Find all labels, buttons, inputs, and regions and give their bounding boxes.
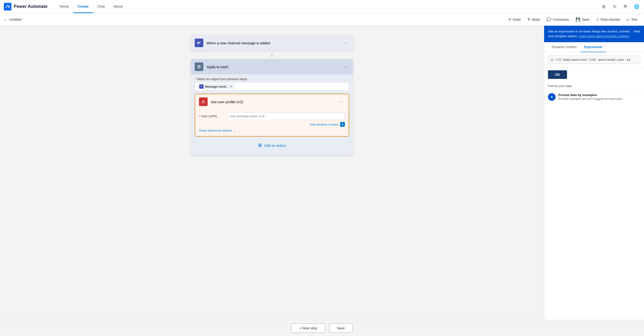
redo-button[interactable]: ↻ Redo [524,16,543,23]
dynamic-content-row: Add dynamic content + [199,122,345,127]
add-action-button[interactable]: ⊕ Add an action [253,140,291,151]
panel-hide-button[interactable]: Hide [634,29,640,34]
panel-tabs: Dynamic content Expression [544,42,644,52]
format-item-desc: Provide examples and we'll suggest an ex… [558,97,622,100]
trigger-block-icon [195,38,203,47]
apply-to-each-block: Apply to each ··· * Select an output fro… [191,59,353,155]
top-nav: Power Automate Home Create Chat About ⊞ … [0,0,644,13]
nav-create[interactable]: Create [73,0,93,13]
add-dynamic-content-button[interactable]: Add dynamic content + [310,122,345,127]
bottom-save-button[interactable]: Save [329,323,353,333]
nav-chat[interactable]: Chat [93,0,109,13]
undo-button[interactable]: ↺ Undo [505,16,524,23]
right-panel: Add an expression to do basic things lik… [544,26,644,320]
expression-input-row: fx )?['body/mentions'][0].mentioned.user… [548,56,640,64]
nav-links: Home Create Chat About [55,0,127,13]
dynamic-content-plus-icon: + [340,122,345,127]
svg-rect-0 [4,3,12,10]
flow-title: Untitled [9,18,22,22]
app-name: Power Automate [14,4,48,9]
message-mentions-tag: T Message menti... ✕ [197,84,234,89]
trigger-block-header: When a new channel message is added ··· [191,35,353,50]
app-logo: Power Automate [4,3,48,10]
get-user-profile-block: Get user profile (V2) ··· * User (UPN) [195,94,349,136]
chevron-down-icon: ⌄ [233,129,236,132]
user-upn-row: * User (UPN) [199,112,345,120]
user-upn-input[interactable] [227,112,345,120]
get-user-profile-title: Get user profile (V2) [211,100,334,104]
test-button[interactable]: ▷ Test [624,16,640,23]
bottom-bar: + New step Save [0,320,644,336]
trigger-block: When a new channel message is added ··· [191,35,353,50]
tab-expression[interactable]: Expression [580,42,606,52]
tab-dynamic-content[interactable]: Dynamic content [548,42,580,52]
comments-button[interactable]: 💬 Comments [544,16,572,23]
get-user-block-body: * User (UPN) Add dynamic content + [195,110,349,136]
toolbar: ← Untitled ↺ Undo ↻ Redo 💬 Comments 💾 Sa… [0,13,644,26]
apply-block-body: * Select an output from previous steps T… [191,74,353,155]
user-upn-label: * User (UPN) [199,114,223,118]
apply-menu-icon[interactable]: ··· [342,64,349,70]
apply-block-icon [195,62,203,71]
trigger-title: When a new channel message is added [207,41,338,45]
show-advanced-button[interactable]: Show advanced options ⌄ [199,129,236,132]
checker-icon: ✓ [596,17,599,22]
save-button[interactable]: 💾 Save [573,16,592,23]
expression-value[interactable]: )?['body/mentions'][0].mentioned.user.id [556,58,637,62]
refresh-icon[interactable]: ↻ [611,3,618,10]
flow-checker-button[interactable]: ✓ Flow checker [593,16,623,23]
back-button[interactable]: ← Untitled [4,18,22,22]
new-step-button[interactable]: + New step [291,323,325,333]
panel-banner: Add an expression to do basic things lik… [544,26,644,42]
select-output-label: * Select an output from previous steps [195,77,349,81]
flow-container: When a new channel message is added ··· … [191,35,353,155]
comments-icon: 💬 [546,17,551,22]
flow-arrow-1: ↓ [271,50,274,59]
get-user-block-header: Get user profile (V2) ··· [195,94,349,110]
panel-banner-link[interactable]: Learn more about dynamic content. [579,34,629,38]
svg-rect-2 [196,64,202,69]
apply-block-header: Apply to each ··· [191,59,353,74]
nav-home[interactable]: Home [55,0,73,13]
apply-block-title: Apply to each [207,65,338,69]
output-tag-input[interactable]: T Message menti... ✕ [195,82,349,91]
format-data-icon [548,93,556,101]
grid-icon[interactable]: ⊞ [600,3,607,10]
toolbar-actions: ↺ Undo ↻ Redo 💬 Comments 💾 Save ✓ Flow c… [505,16,640,23]
expression-area: fx )?['body/mentions'][0].mentioned.user… [544,52,644,68]
flow-canvas: When a new channel message is added ··· … [0,26,544,320]
format-section-label: Format your data [544,82,644,90]
redo-icon: ↻ [528,17,530,22]
format-item-title: Format data by examples [558,93,622,97]
nav-right-icons: ⊞ ↻ ⛨ 🌐 [600,3,640,10]
main-area: When a new channel message is added ··· … [0,26,644,320]
tag-text: Message menti... [205,85,228,88]
nav-about[interactable]: About [109,0,127,13]
undo-icon: ↺ [508,17,511,22]
ok-button[interactable]: OK [548,70,567,79]
tag-teams-icon: T [199,84,204,89]
back-arrow-icon: ← [4,18,8,22]
shield-icon[interactable]: ⛨ [622,3,629,10]
get-user-block-icon [199,98,208,106]
get-user-menu-icon[interactable]: ··· [338,98,345,105]
globe-icon[interactable]: 🌐 [633,3,640,10]
test-icon: ▷ [627,17,630,22]
save-icon: 💾 [576,17,580,22]
tag-close-icon[interactable]: ✕ [230,85,232,88]
trigger-menu-icon[interactable]: ··· [342,40,349,46]
fx-label: fx [551,58,554,62]
add-action-icon: ⊕ [258,142,262,148]
format-data-item[interactable]: Format data by examples Provide examples… [544,90,644,104]
app-logo-icon [4,3,12,10]
